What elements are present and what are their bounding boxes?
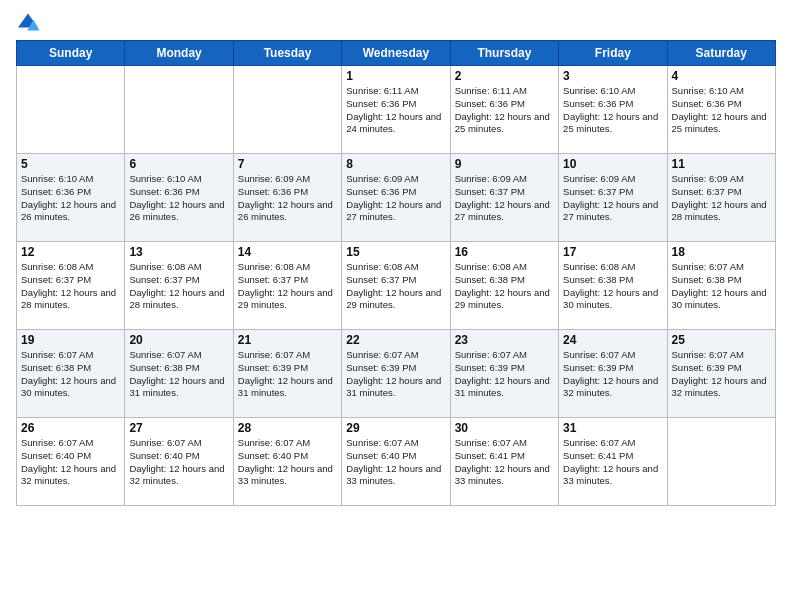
calendar-cell: 31Sunrise: 6:07 AM Sunset: 6:41 PM Dayli…	[559, 418, 667, 506]
day-info: Sunrise: 6:09 AM Sunset: 6:36 PM Dayligh…	[238, 173, 337, 224]
day-info: Sunrise: 6:07 AM Sunset: 6:40 PM Dayligh…	[21, 437, 120, 488]
day-number: 31	[563, 421, 662, 435]
day-info: Sunrise: 6:09 AM Sunset: 6:36 PM Dayligh…	[346, 173, 445, 224]
day-number: 19	[21, 333, 120, 347]
day-info: Sunrise: 6:07 AM Sunset: 6:39 PM Dayligh…	[238, 349, 337, 400]
weekday-saturday: Saturday	[667, 41, 775, 66]
weekday-thursday: Thursday	[450, 41, 558, 66]
calendar-cell: 1Sunrise: 6:11 AM Sunset: 6:36 PM Daylig…	[342, 66, 450, 154]
calendar-cell: 11Sunrise: 6:09 AM Sunset: 6:37 PM Dayli…	[667, 154, 775, 242]
calendar-cell: 27Sunrise: 6:07 AM Sunset: 6:40 PM Dayli…	[125, 418, 233, 506]
day-number: 15	[346, 245, 445, 259]
weekday-monday: Monday	[125, 41, 233, 66]
day-number: 5	[21, 157, 120, 171]
calendar-cell: 16Sunrise: 6:08 AM Sunset: 6:38 PM Dayli…	[450, 242, 558, 330]
calendar-cell: 6Sunrise: 6:10 AM Sunset: 6:36 PM Daylig…	[125, 154, 233, 242]
header	[16, 12, 776, 32]
day-info: Sunrise: 6:07 AM Sunset: 6:40 PM Dayligh…	[129, 437, 228, 488]
day-info: Sunrise: 6:10 AM Sunset: 6:36 PM Dayligh…	[672, 85, 771, 136]
day-info: Sunrise: 6:08 AM Sunset: 6:37 PM Dayligh…	[346, 261, 445, 312]
calendar-cell: 17Sunrise: 6:08 AM Sunset: 6:38 PM Dayli…	[559, 242, 667, 330]
calendar-cell: 10Sunrise: 6:09 AM Sunset: 6:37 PM Dayli…	[559, 154, 667, 242]
day-info: Sunrise: 6:11 AM Sunset: 6:36 PM Dayligh…	[346, 85, 445, 136]
day-info: Sunrise: 6:10 AM Sunset: 6:36 PM Dayligh…	[563, 85, 662, 136]
day-info: Sunrise: 6:07 AM Sunset: 6:41 PM Dayligh…	[563, 437, 662, 488]
day-number: 12	[21, 245, 120, 259]
day-number: 18	[672, 245, 771, 259]
day-info: Sunrise: 6:08 AM Sunset: 6:38 PM Dayligh…	[455, 261, 554, 312]
day-info: Sunrise: 6:08 AM Sunset: 6:37 PM Dayligh…	[238, 261, 337, 312]
calendar-cell: 3Sunrise: 6:10 AM Sunset: 6:36 PM Daylig…	[559, 66, 667, 154]
calendar-cell: 14Sunrise: 6:08 AM Sunset: 6:37 PM Dayli…	[233, 242, 341, 330]
weekday-tuesday: Tuesday	[233, 41, 341, 66]
calendar-cell: 13Sunrise: 6:08 AM Sunset: 6:37 PM Dayli…	[125, 242, 233, 330]
day-info: Sunrise: 6:07 AM Sunset: 6:38 PM Dayligh…	[672, 261, 771, 312]
day-info: Sunrise: 6:09 AM Sunset: 6:37 PM Dayligh…	[563, 173, 662, 224]
day-number: 4	[672, 69, 771, 83]
day-number: 30	[455, 421, 554, 435]
day-info: Sunrise: 6:08 AM Sunset: 6:37 PM Dayligh…	[129, 261, 228, 312]
calendar-cell: 24Sunrise: 6:07 AM Sunset: 6:39 PM Dayli…	[559, 330, 667, 418]
day-number: 11	[672, 157, 771, 171]
day-info: Sunrise: 6:07 AM Sunset: 6:39 PM Dayligh…	[563, 349, 662, 400]
day-number: 23	[455, 333, 554, 347]
day-number: 14	[238, 245, 337, 259]
day-number: 13	[129, 245, 228, 259]
calendar-cell	[233, 66, 341, 154]
day-info: Sunrise: 6:07 AM Sunset: 6:40 PM Dayligh…	[346, 437, 445, 488]
day-number: 22	[346, 333, 445, 347]
day-number: 21	[238, 333, 337, 347]
day-info: Sunrise: 6:09 AM Sunset: 6:37 PM Dayligh…	[455, 173, 554, 224]
day-number: 9	[455, 157, 554, 171]
calendar-cell: 23Sunrise: 6:07 AM Sunset: 6:39 PM Dayli…	[450, 330, 558, 418]
weekday-header-row: SundayMondayTuesdayWednesdayThursdayFrid…	[17, 41, 776, 66]
calendar-cell: 21Sunrise: 6:07 AM Sunset: 6:39 PM Dayli…	[233, 330, 341, 418]
day-info: Sunrise: 6:07 AM Sunset: 6:38 PM Dayligh…	[129, 349, 228, 400]
calendar-cell: 15Sunrise: 6:08 AM Sunset: 6:37 PM Dayli…	[342, 242, 450, 330]
day-info: Sunrise: 6:11 AM Sunset: 6:36 PM Dayligh…	[455, 85, 554, 136]
page: SundayMondayTuesdayWednesdayThursdayFrid…	[0, 0, 792, 612]
day-number: 1	[346, 69, 445, 83]
logo-icon	[16, 12, 40, 32]
day-number: 26	[21, 421, 120, 435]
day-number: 16	[455, 245, 554, 259]
calendar-table: SundayMondayTuesdayWednesdayThursdayFrid…	[16, 40, 776, 506]
weekday-wednesday: Wednesday	[342, 41, 450, 66]
calendar-cell: 2Sunrise: 6:11 AM Sunset: 6:36 PM Daylig…	[450, 66, 558, 154]
calendar-cell: 7Sunrise: 6:09 AM Sunset: 6:36 PM Daylig…	[233, 154, 341, 242]
day-info: Sunrise: 6:10 AM Sunset: 6:36 PM Dayligh…	[129, 173, 228, 224]
calendar-cell	[667, 418, 775, 506]
week-row-1: 1Sunrise: 6:11 AM Sunset: 6:36 PM Daylig…	[17, 66, 776, 154]
day-info: Sunrise: 6:07 AM Sunset: 6:40 PM Dayligh…	[238, 437, 337, 488]
week-row-3: 12Sunrise: 6:08 AM Sunset: 6:37 PM Dayli…	[17, 242, 776, 330]
day-number: 20	[129, 333, 228, 347]
calendar-cell: 22Sunrise: 6:07 AM Sunset: 6:39 PM Dayli…	[342, 330, 450, 418]
calendar-cell: 19Sunrise: 6:07 AM Sunset: 6:38 PM Dayli…	[17, 330, 125, 418]
day-number: 28	[238, 421, 337, 435]
calendar-cell: 25Sunrise: 6:07 AM Sunset: 6:39 PM Dayli…	[667, 330, 775, 418]
day-info: Sunrise: 6:10 AM Sunset: 6:36 PM Dayligh…	[21, 173, 120, 224]
day-number: 8	[346, 157, 445, 171]
day-info: Sunrise: 6:07 AM Sunset: 6:38 PM Dayligh…	[21, 349, 120, 400]
calendar-cell: 12Sunrise: 6:08 AM Sunset: 6:37 PM Dayli…	[17, 242, 125, 330]
day-number: 27	[129, 421, 228, 435]
calendar-cell: 29Sunrise: 6:07 AM Sunset: 6:40 PM Dayli…	[342, 418, 450, 506]
day-number: 10	[563, 157, 662, 171]
day-info: Sunrise: 6:09 AM Sunset: 6:37 PM Dayligh…	[672, 173, 771, 224]
week-row-5: 26Sunrise: 6:07 AM Sunset: 6:40 PM Dayli…	[17, 418, 776, 506]
calendar-cell	[17, 66, 125, 154]
calendar-cell: 26Sunrise: 6:07 AM Sunset: 6:40 PM Dayli…	[17, 418, 125, 506]
day-number: 2	[455, 69, 554, 83]
calendar-cell: 30Sunrise: 6:07 AM Sunset: 6:41 PM Dayli…	[450, 418, 558, 506]
day-number: 29	[346, 421, 445, 435]
calendar-cell: 4Sunrise: 6:10 AM Sunset: 6:36 PM Daylig…	[667, 66, 775, 154]
day-info: Sunrise: 6:07 AM Sunset: 6:39 PM Dayligh…	[672, 349, 771, 400]
day-info: Sunrise: 6:07 AM Sunset: 6:41 PM Dayligh…	[455, 437, 554, 488]
weekday-sunday: Sunday	[17, 41, 125, 66]
calendar-cell: 28Sunrise: 6:07 AM Sunset: 6:40 PM Dayli…	[233, 418, 341, 506]
calendar-cell: 5Sunrise: 6:10 AM Sunset: 6:36 PM Daylig…	[17, 154, 125, 242]
day-number: 25	[672, 333, 771, 347]
day-info: Sunrise: 6:07 AM Sunset: 6:39 PM Dayligh…	[455, 349, 554, 400]
day-number: 6	[129, 157, 228, 171]
calendar-cell: 18Sunrise: 6:07 AM Sunset: 6:38 PM Dayli…	[667, 242, 775, 330]
